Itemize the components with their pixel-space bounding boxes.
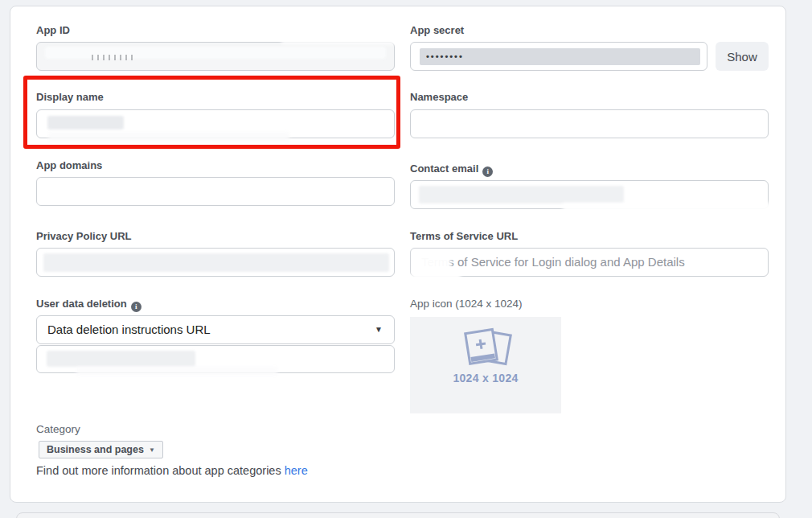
namespace-input[interactable] (410, 109, 769, 138)
photo-upload-icon (453, 323, 518, 376)
redaction-blur (47, 116, 124, 130)
app-domains-label: App domains (36, 159, 102, 171)
redaction-block: •••••••• (420, 48, 700, 65)
info-icon[interactable]: i (482, 166, 493, 177)
app-secret-label: App secret (410, 24, 464, 36)
dropzone-size-text: 1024 x 1024 (410, 372, 561, 384)
redaction-smear (412, 271, 461, 284)
app-icon-dropzone[interactable]: 1024 x 1024 (410, 317, 561, 413)
display-name-label: Display name (36, 91, 104, 103)
redaction-smear (48, 132, 289, 142)
terms-of-service-url-label: Terms of Service URL (410, 230, 518, 242)
masked-secret-value: •••••••• (420, 48, 700, 64)
redaction-blur (47, 351, 195, 367)
app-id-input (36, 42, 395, 71)
caret-down-icon: ▼ (149, 446, 155, 454)
caret-down-icon: ▼ (375, 316, 383, 343)
app-id-label: App ID (36, 24, 70, 36)
show-button[interactable]: Show (716, 42, 769, 71)
namespace-label: Namespace (410, 91, 468, 103)
category-help-text-body: Find out more information about app cate… (36, 464, 285, 477)
terms-placeholder: Terms of Service for Login dialog and Ap… (411, 249, 768, 276)
category-help-link[interactable]: here (285, 464, 308, 477)
category-dropdown-button[interactable]: Business and pages ▼ (39, 441, 163, 458)
category-selected-value: Business and pages (47, 444, 144, 455)
user-data-deletion-label-text: User data deletion (36, 298, 127, 310)
category-help-text: Find out more information about app cate… (36, 464, 308, 477)
redaction-digit-fragments (92, 55, 133, 60)
redaction-smear (76, 367, 277, 376)
data-deletion-dropdown[interactable]: Data deletion instructions URL ▼ (36, 315, 395, 344)
app-icon-label: App icon (1024 x 1024) (410, 298, 523, 310)
privacy-policy-url-label: Privacy Policy URL (36, 230, 132, 242)
redaction-smear (563, 203, 780, 213)
data-deletion-dropdown-value: Data deletion instructions URL (47, 323, 211, 336)
app-secret-input: •••••••• (410, 42, 707, 71)
contact-email-label: Contact emaili (410, 162, 493, 177)
contact-email-label-text: Contact email (410, 162, 478, 175)
terms-of-service-url-input[interactable]: Terms of Service for Login dialog and Ap… (410, 248, 769, 277)
redaction-blur (43, 253, 389, 272)
user-data-deletion-label: User data deletioni (36, 298, 141, 312)
category-label: Category (36, 423, 80, 435)
redaction-smear (281, 37, 410, 44)
next-section-card (16, 512, 780, 518)
redaction-blur (419, 186, 624, 204)
privacy-policy-url-input[interactable] (36, 248, 395, 277)
settings-page: App ID Display name App domains Privacy … (0, 0, 812, 518)
info-icon[interactable]: i (131, 302, 141, 312)
app-domains-input[interactable] (36, 177, 395, 206)
